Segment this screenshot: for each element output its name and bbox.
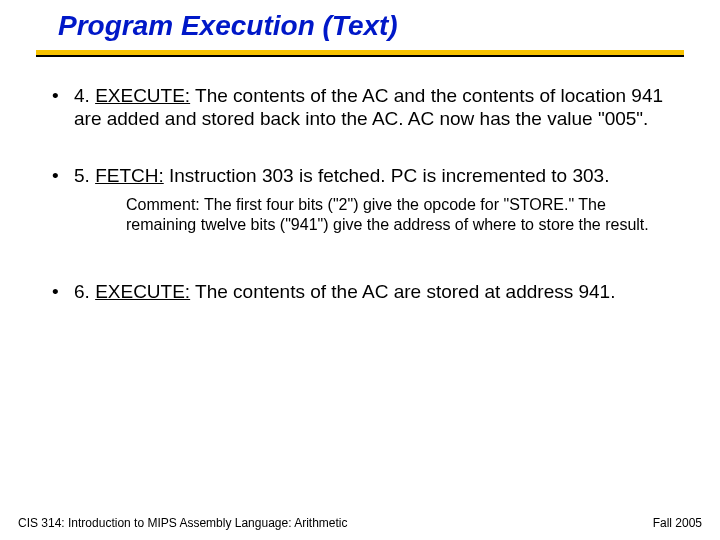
title-wrap: Program Execution (Text) bbox=[0, 0, 720, 42]
bullet-item: • 5. FETCH: Instruction 303 is fetched. … bbox=[52, 165, 672, 188]
footer-right: Fall 2005 bbox=[653, 516, 702, 530]
bullet-icon: • bbox=[52, 85, 74, 131]
comment-text: Comment: The first four bits ("2") give … bbox=[126, 195, 672, 235]
bullet-rest: The contents of the AC are stored at add… bbox=[190, 281, 615, 302]
bullet-text: 4. EXECUTE: The contents of the AC and t… bbox=[74, 85, 672, 131]
bullet-icon: • bbox=[52, 165, 74, 188]
bullet-rest: Instruction 303 is fetched. PC is increm… bbox=[164, 165, 610, 186]
slide-title: Program Execution (Text) bbox=[58, 10, 720, 42]
bullet-item: • 6. EXECUTE: The contents of the AC are… bbox=[52, 281, 672, 304]
bullet-text: 5. FETCH: Instruction 303 is fetched. PC… bbox=[74, 165, 672, 188]
bullet-heading: EXECUTE: bbox=[95, 281, 190, 302]
bullet-heading: EXECUTE: bbox=[95, 85, 190, 106]
bullet-item: • 4. EXECUTE: The contents of the AC and… bbox=[52, 85, 672, 131]
bullet-text: 6. EXECUTE: The contents of the AC are s… bbox=[74, 281, 672, 304]
bullet-heading: FETCH: bbox=[95, 165, 164, 186]
footer: CIS 314: Introduction to MIPS Assembly L… bbox=[0, 516, 720, 530]
bullet-number: 6. bbox=[74, 281, 95, 302]
slide: Program Execution (Text) • 4. EXECUTE: T… bbox=[0, 0, 720, 540]
bullet-number: 5. bbox=[74, 165, 95, 186]
slide-body: • 4. EXECUTE: The contents of the AC and… bbox=[0, 57, 720, 304]
bullet-icon: • bbox=[52, 281, 74, 304]
bullet-number: 4. bbox=[74, 85, 95, 106]
footer-left: CIS 314: Introduction to MIPS Assembly L… bbox=[18, 516, 348, 530]
